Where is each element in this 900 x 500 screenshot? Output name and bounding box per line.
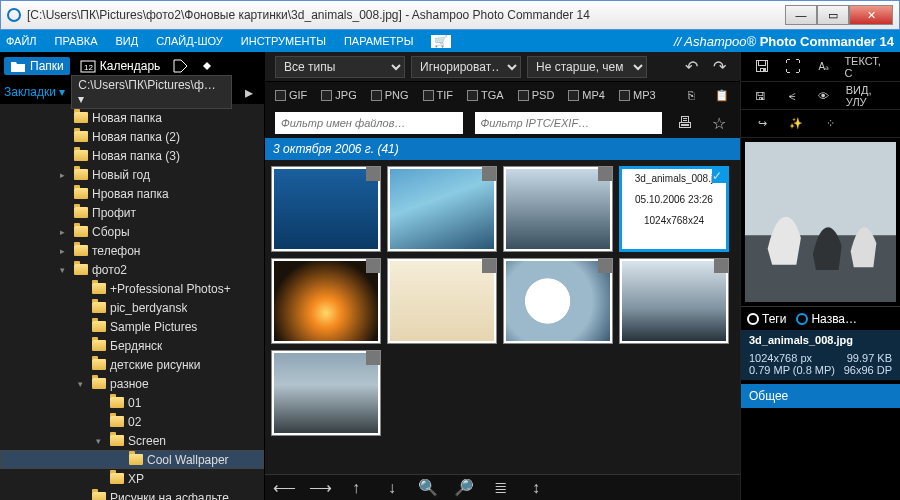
tree-node[interactable]: pic_berdyansk bbox=[0, 298, 264, 317]
tree-node[interactable]: ▾фото2 bbox=[0, 260, 264, 279]
wand-icon[interactable]: ✨ bbox=[785, 113, 807, 135]
tree-node[interactable]: ▸Сборы bbox=[0, 222, 264, 241]
format-jpg[interactable]: JPG bbox=[321, 89, 356, 101]
expand-icon[interactable]: ▸ bbox=[60, 246, 70, 256]
filter-name-input[interactable] bbox=[275, 112, 463, 134]
tree-node[interactable]: Sample Pictures bbox=[0, 317, 264, 336]
format-png[interactable]: PNG bbox=[371, 89, 409, 101]
preview-image[interactable] bbox=[745, 142, 896, 302]
expand-icon[interactable]: ▸ bbox=[60, 227, 70, 237]
tree-node[interactable]: ▸Новый год bbox=[0, 165, 264, 184]
redo-icon[interactable]: ↷ bbox=[708, 56, 730, 78]
tree-node[interactable]: XP bbox=[0, 469, 264, 488]
menu-tools[interactable]: ИНСТРУМЕНТЫ bbox=[241, 35, 326, 47]
thumb-check-icon[interactable] bbox=[366, 167, 380, 181]
text-tool-icon[interactable]: Aₐ bbox=[813, 56, 834, 78]
expand-icon[interactable]: ▾ bbox=[78, 379, 88, 389]
layout-icon[interactable]: ↕ bbox=[525, 477, 547, 499]
thumb-check-icon[interactable] bbox=[482, 167, 496, 181]
expand-icon[interactable]: ▾ bbox=[96, 436, 106, 446]
format-tif[interactable]: TIF bbox=[423, 89, 454, 101]
path-go[interactable]: ▸ bbox=[238, 81, 260, 103]
tree-node[interactable]: детские рисунки bbox=[0, 355, 264, 374]
tree-node[interactable]: Новая папка (3) bbox=[0, 146, 264, 165]
thumbnail[interactable] bbox=[503, 258, 613, 344]
format-gif[interactable]: GIF bbox=[275, 89, 307, 101]
paste-icon[interactable]: 📋 bbox=[714, 84, 730, 106]
nav-prev-icon[interactable]: ⟵ bbox=[273, 477, 295, 499]
objects-icon[interactable]: ⁘ bbox=[819, 113, 841, 135]
tree-node[interactable]: 01 bbox=[0, 393, 264, 412]
thumb-check-icon[interactable] bbox=[366, 351, 380, 365]
tree-node[interactable]: Профит bbox=[0, 203, 264, 222]
menu-file[interactable]: ФАЙЛ bbox=[6, 35, 37, 47]
tab-tags[interactable]: Теги bbox=[747, 312, 786, 326]
redo2-icon[interactable]: ↪ bbox=[751, 113, 773, 135]
thumbnail[interactable] bbox=[387, 258, 497, 344]
expand-icon[interactable]: ▸ bbox=[60, 170, 70, 180]
thumb-check-icon[interactable] bbox=[482, 259, 496, 273]
section-common[interactable]: Общее bbox=[741, 384, 900, 408]
menu-edit[interactable]: ПРАВКА bbox=[55, 35, 98, 47]
maximize-button[interactable]: ▭ bbox=[817, 5, 849, 25]
group-icon[interactable]: ≣ bbox=[489, 477, 511, 499]
thumbnail[interactable] bbox=[503, 166, 613, 252]
print-icon[interactable]: 🖶 bbox=[674, 112, 696, 134]
menu-options[interactable]: ПАРАМЕТРЫ bbox=[344, 35, 413, 47]
resize-icon[interactable]: ⛶ bbox=[782, 56, 803, 78]
tree-node[interactable]: Рисунки на асфальте bbox=[0, 488, 264, 500]
thumb-check-icon[interactable] bbox=[366, 259, 380, 273]
tree-node[interactable]: Новая папка bbox=[0, 108, 264, 127]
undo-icon[interactable]: ↶ bbox=[680, 56, 702, 78]
save2-icon[interactable]: 🖫 bbox=[751, 85, 771, 107]
tree-node[interactable]: ▸телефон bbox=[0, 241, 264, 260]
minimize-button[interactable]: — bbox=[785, 5, 817, 25]
mode-tags[interactable] bbox=[170, 55, 192, 77]
share-icon[interactable]: ⪪ bbox=[783, 85, 803, 107]
bookmarks-dropdown[interactable]: Закладки ▾ bbox=[4, 85, 65, 99]
thumbnail[interactable]: 3d_animals_008.j05.10.2006 23:261024x768… bbox=[619, 166, 729, 252]
thumbnail[interactable] bbox=[271, 166, 381, 252]
mode-more[interactable] bbox=[196, 55, 218, 77]
zoom-out-icon[interactable]: 🔍 bbox=[417, 477, 439, 499]
filter-type-select[interactable]: Все типы bbox=[275, 56, 405, 78]
tree-node[interactable]: Cool Wallpaper bbox=[0, 450, 264, 469]
nav-next-icon[interactable]: ⟶ bbox=[309, 477, 331, 499]
mode-calendar[interactable]: 12 Календарь bbox=[74, 57, 167, 75]
thumb-check-icon[interactable] bbox=[714, 259, 728, 273]
favorite-icon[interactable]: ☆ bbox=[708, 112, 730, 134]
format-tga[interactable]: TGA bbox=[467, 89, 504, 101]
mode-folders[interactable]: Папки bbox=[4, 57, 70, 75]
menu-view[interactable]: ВИД bbox=[116, 35, 139, 47]
thumb-check-icon[interactable] bbox=[598, 259, 612, 273]
tree-node[interactable]: ▾разное bbox=[0, 374, 264, 393]
tree-node[interactable]: +Professional Photos+ bbox=[0, 279, 264, 298]
thumbnail[interactable] bbox=[271, 350, 381, 436]
format-mp3[interactable]: MP3 bbox=[619, 89, 656, 101]
sort-asc-icon[interactable]: ↑ bbox=[345, 477, 367, 499]
filter-ignore-select[interactable]: Игнорироват… bbox=[411, 56, 521, 78]
thumbnail[interactable] bbox=[619, 258, 729, 344]
sort-desc-icon[interactable]: ↓ bbox=[381, 477, 403, 499]
filter-age-select[interactable]: Не старше, чем bbox=[527, 56, 647, 78]
thumbnail[interactable] bbox=[387, 166, 497, 252]
menu-slideshow[interactable]: СЛАЙД-ШОУ bbox=[156, 35, 223, 47]
format-mp4[interactable]: MP4 bbox=[568, 89, 605, 101]
tree-node[interactable]: Нровая папка bbox=[0, 184, 264, 203]
thumb-check-icon[interactable]: ✓ bbox=[712, 169, 726, 183]
tree-node[interactable]: 02 bbox=[0, 412, 264, 431]
zoom-in-icon[interactable]: 🔎 bbox=[453, 477, 475, 499]
thumb-check-icon[interactable] bbox=[598, 167, 612, 181]
save-icon[interactable]: 🖫 bbox=[751, 56, 772, 78]
expand-icon[interactable]: ▾ bbox=[60, 265, 70, 275]
tree-node[interactable]: ▾Screen bbox=[0, 431, 264, 450]
filter-iptc-input[interactable] bbox=[475, 112, 663, 134]
thumbnail[interactable] bbox=[271, 258, 381, 344]
eye-icon[interactable]: 👁 bbox=[814, 85, 834, 107]
tab-name[interactable]: Назва… bbox=[796, 312, 857, 326]
tree-node[interactable]: Новая папка (2) bbox=[0, 127, 264, 146]
folder-tree[interactable]: Новая папкаНовая папка (2)Новая папка (3… bbox=[0, 104, 264, 500]
tree-node[interactable]: Бердянск bbox=[0, 336, 264, 355]
format-psd[interactable]: PSD bbox=[518, 89, 555, 101]
cart-icon[interactable]: 🛒 bbox=[431, 35, 451, 48]
